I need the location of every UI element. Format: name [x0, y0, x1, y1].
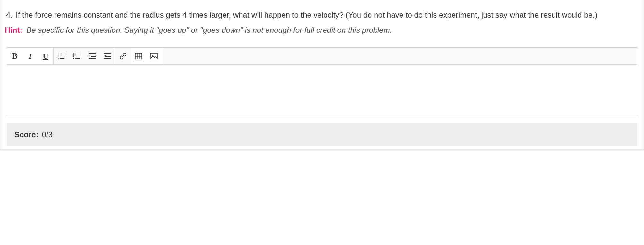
svg-marker-18 — [104, 55, 106, 57]
ordered-list-button[interactable]: 1 2 3 — [54, 48, 69, 64]
italic-button[interactable]: I — [22, 48, 38, 64]
indent-icon — [89, 53, 96, 59]
unordered-list-button[interactable] — [69, 48, 84, 64]
hint-label: Hint: — [5, 26, 24, 34]
svg-rect-3 — [60, 56, 64, 56]
toolbar-group-insert — [115, 48, 162, 64]
outdent-icon — [104, 53, 111, 59]
svg-rect-5 — [60, 58, 64, 59]
svg-rect-9 — [75, 56, 80, 56]
svg-point-6 — [73, 53, 74, 55]
outdent-button[interactable] — [100, 48, 115, 64]
svg-rect-27 — [150, 53, 157, 59]
svg-rect-22 — [135, 53, 142, 59]
image-button[interactable] — [146, 48, 162, 64]
editor-toolbar: B I U 1 2 3 — [7, 47, 637, 65]
table-icon — [135, 53, 142, 59]
svg-text:1: 1 — [58, 53, 59, 55]
link-icon — [120, 53, 127, 60]
svg-rect-15 — [91, 56, 96, 57]
svg-rect-12 — [89, 53, 96, 54]
underline-icon: U — [43, 52, 48, 61]
image-icon — [150, 53, 158, 59]
question-text: If the force remains constant and the ra… — [16, 9, 635, 21]
italic-icon: I — [29, 52, 31, 61]
svg-rect-1 — [60, 54, 64, 54]
bold-button[interactable]: B — [7, 48, 22, 64]
toolbar-group-text-style: B I U — [7, 48, 54, 64]
svg-text:3: 3 — [58, 58, 59, 59]
svg-rect-11 — [75, 58, 80, 59]
table-button[interactable] — [131, 48, 146, 64]
svg-point-10 — [73, 58, 74, 59]
svg-rect-7 — [75, 54, 80, 54]
svg-point-8 — [73, 55, 74, 57]
svg-rect-16 — [89, 58, 96, 59]
svg-marker-13 — [89, 55, 90, 57]
svg-rect-17 — [104, 53, 111, 54]
score-bar: Score: 0/3 — [7, 123, 637, 146]
toolbar-group-lists: 1 2 3 — [54, 48, 115, 64]
svg-text:2: 2 — [58, 55, 59, 57]
svg-rect-14 — [91, 55, 96, 55]
svg-rect-19 — [106, 55, 111, 55]
svg-rect-20 — [106, 56, 111, 57]
underline-button[interactable]: U — [38, 48, 53, 64]
rich-text-editor: B I U 1 2 3 — [7, 47, 637, 116]
ordered-list-icon: 1 2 3 — [58, 53, 65, 59]
bold-icon: B — [12, 51, 17, 61]
hint-text: Be specific for this question. Saying it… — [26, 26, 392, 34]
unordered-list-icon — [73, 53, 80, 59]
question-row: 4. If the force remains constant and the… — [0, 0, 644, 21]
svg-rect-21 — [104, 58, 111, 59]
answer-textarea[interactable] — [7, 65, 637, 116]
question-panel: 4. If the force remains constant and the… — [0, 0, 644, 150]
question-number: 4. — [5, 9, 16, 21]
score-label: Score: — [14, 130, 38, 139]
score-value: 0/3 — [42, 130, 52, 139]
hint-row: Hint: Be specific for this question. Say… — [0, 21, 644, 38]
indent-button[interactable] — [84, 48, 100, 64]
svg-point-28 — [152, 55, 153, 56]
link-button[interactable] — [115, 48, 131, 64]
